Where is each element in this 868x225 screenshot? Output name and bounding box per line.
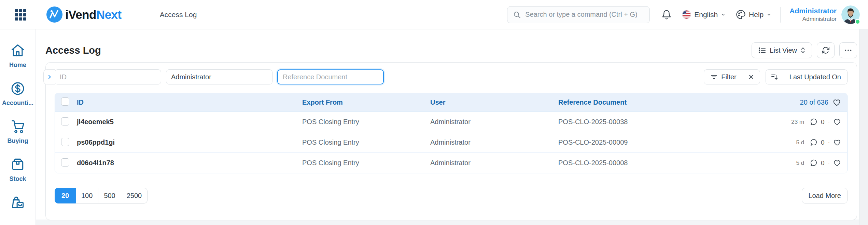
result-count[interactable]: 20 of 636: [800, 98, 828, 106]
updown-chevron-icon: [800, 47, 806, 54]
heart-icon[interactable]: [833, 118, 841, 126]
sidebar-item-label: Stock: [9, 175, 26, 183]
box-icon: [10, 157, 25, 172]
sidebar-item-buying[interactable]: Buying: [8, 119, 28, 145]
row-checkbox[interactable]: [61, 158, 69, 167]
view-switcher-label: List View: [770, 47, 797, 54]
row-reference: POS-CLO-2025-00008: [558, 159, 628, 167]
list-view-card: Filter: [45, 62, 857, 220]
row-user: Administrator: [430, 159, 558, 167]
row-export-from: POS Closing Entry: [302, 138, 430, 146]
page-size-500[interactable]: 500: [98, 188, 121, 203]
like-filter-heart-icon[interactable]: [832, 98, 841, 107]
select-all-checkbox[interactable]: [61, 97, 69, 106]
row-user: Administrator: [430, 138, 558, 146]
row-id-link[interactable]: d06o4l1n78: [77, 159, 302, 167]
cart-icon: [10, 119, 25, 134]
main-content: Access Log List View: [36, 29, 868, 225]
language-selector[interactable]: English: [682, 10, 726, 19]
sort-field-label: Last Updated On: [789, 73, 841, 81]
row-reference: POS-CLO-2025-00038: [558, 118, 628, 126]
table-row[interactable]: d06o4l1n78 POS Closing Entry Administrat…: [55, 153, 847, 173]
sidebar-item-stock[interactable]: Stock: [9, 157, 26, 183]
vertical-scrollbar[interactable]: [859, 29, 868, 225]
sidebar-item-home[interactable]: Home: [9, 43, 26, 69]
filter-label: Filter: [721, 73, 736, 81]
divider: [780, 7, 781, 23]
load-more-button[interactable]: Load More: [802, 188, 848, 203]
search-icon: [513, 11, 521, 19]
sort-direction-button[interactable]: [766, 69, 783, 84]
filter-reference-document-input[interactable]: [277, 69, 384, 84]
comment-icon[interactable]: [810, 159, 817, 167]
theme-palette-icon: [736, 10, 746, 19]
refresh-icon: [822, 46, 830, 54]
comment-icon[interactable]: [810, 138, 817, 146]
row-modified-time: 5 d: [796, 139, 804, 146]
column-header-reference-document[interactable]: Reference Document: [558, 98, 627, 106]
sort-field-button[interactable]: Last Updated On: [783, 69, 848, 84]
heart-icon[interactable]: [833, 138, 841, 146]
notifications-bell-icon[interactable]: [661, 10, 672, 20]
row-id-link[interactable]: jl4eoemek5: [77, 118, 302, 126]
filter-id-input[interactable]: [55, 69, 161, 84]
close-icon: [748, 74, 755, 80]
avatar[interactable]: [841, 5, 860, 24]
page-size-2500[interactable]: 2500: [121, 188, 148, 203]
filter-user-input[interactable]: [166, 69, 272, 84]
brand-logo[interactable]: iVendNext: [46, 6, 122, 23]
list-view-icon: [758, 46, 766, 54]
refresh-button[interactable]: [817, 42, 835, 58]
user-menu[interactable]: Administrator Administrator: [789, 6, 837, 23]
row-checkbox[interactable]: [61, 117, 69, 125]
view-switcher-button[interactable]: List View: [752, 42, 812, 58]
column-header-user[interactable]: User: [430, 98, 558, 106]
sort-descending-icon: [770, 73, 779, 81]
row-export-from: POS Closing Entry: [302, 159, 430, 167]
sidebar-item-selling[interactable]: [10, 195, 25, 213]
ellipsis-icon: [844, 46, 853, 55]
expand-sidebar-tab[interactable]: [43, 69, 55, 84]
column-header-export-from[interactable]: Export From: [302, 98, 430, 106]
comment-count: 0: [821, 139, 825, 146]
comment-count: 0: [821, 159, 825, 167]
row-id-link[interactable]: ps06ppd1gi: [77, 138, 302, 146]
row-export-from: POS Closing Entry: [302, 118, 430, 126]
page-size-100[interactable]: 100: [76, 188, 98, 203]
breadcrumb[interactable]: Access Log: [160, 11, 197, 19]
sidebar-item-label: Buying: [8, 137, 28, 145]
column-header-id[interactable]: ID: [77, 98, 302, 106]
page-size-20[interactable]: 20: [55, 188, 76, 203]
online-status-dot: [855, 19, 860, 25]
brand-name: iVendNext: [65, 8, 122, 22]
comment-icon[interactable]: [810, 118, 817, 126]
filter-icon: [710, 73, 718, 81]
search-input[interactable]: [525, 11, 641, 18]
module-sidebar: Home Accounti... Buying Stock: [0, 29, 36, 225]
meta-separator: ·: [828, 140, 830, 146]
row-checkbox[interactable]: [61, 138, 69, 146]
row-user: Administrator: [430, 118, 558, 126]
top-navbar: iVendNext Access Log: [0, 0, 868, 29]
help-menu[interactable]: Help: [736, 10, 771, 19]
chevron-down-icon: [767, 12, 771, 17]
list-header-row: ID Export From User Reference Document 2…: [55, 93, 847, 111]
filter-button[interactable]: Filter: [704, 69, 743, 84]
table-row[interactable]: ps06ppd1gi POS Closing Entry Administrat…: [55, 132, 847, 153]
page-size-selector: 20 100 500 2500: [55, 188, 148, 203]
clear-filter-button[interactable]: [743, 69, 760, 84]
meta-separator: ·: [828, 160, 830, 166]
language-label: English: [694, 11, 718, 19]
row-reference: POS-CLO-2025-00009: [558, 138, 628, 146]
table-row[interactable]: jl4eoemek5 POS Closing Entry Administrat…: [55, 111, 847, 132]
row-modified-time: 23 m: [791, 119, 804, 125]
meta-separator: ·: [828, 119, 830, 125]
global-search[interactable]: [507, 6, 650, 23]
heart-icon[interactable]: [833, 159, 841, 167]
chevron-down-icon: [721, 12, 726, 17]
sidebar-item-accounting[interactable]: Accounti...: [2, 81, 33, 107]
apps-grid-icon[interactable]: [14, 8, 27, 22]
accounting-icon: [10, 81, 25, 96]
menu-ellipsis-button[interactable]: [839, 42, 857, 58]
sidebar-item-label: Home: [9, 62, 26, 69]
